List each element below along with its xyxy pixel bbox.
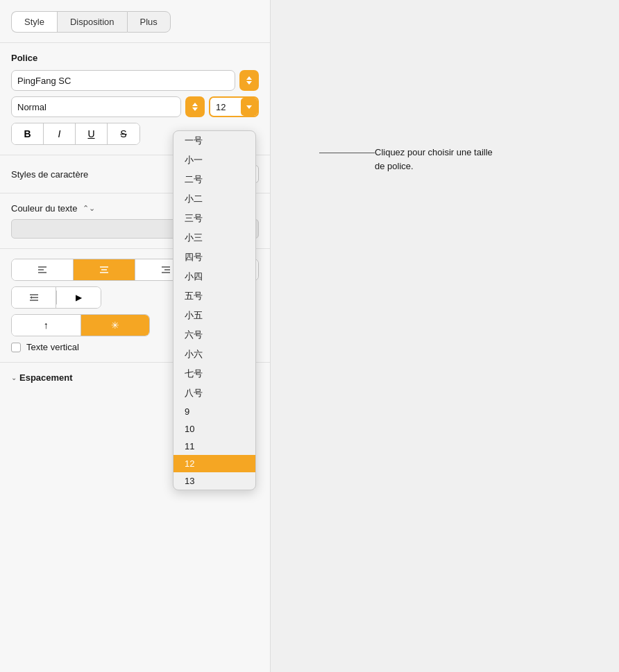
- dropdown-item-12[interactable]: 12: [173, 455, 255, 472]
- dropdown-item-xiaoer[interactable]: 小二: [173, 189, 255, 209]
- font-name-select[interactable]: PingFang SC: [11, 70, 235, 91]
- font-style-select[interactable]: Normal: [11, 96, 181, 117]
- indent-left-button[interactable]: [12, 287, 56, 308]
- style-spinner-arrow-up: [192, 103, 198, 106]
- dropdown-item-erhao[interactable]: 二号: [173, 170, 255, 189]
- spinner-arrow-down: [246, 81, 252, 85]
- espacement-chevron-icon: ⌄: [11, 374, 17, 381]
- tab-style[interactable]: Style: [11, 11, 57, 33]
- dropdown-item-10[interactable]: 10: [173, 420, 255, 438]
- dropdown-item-bahao[interactable]: 八号: [173, 384, 255, 403]
- tab-disposition[interactable]: Disposition: [57, 11, 127, 33]
- italic-button[interactable]: I: [44, 123, 76, 144]
- text-color-chevron-icon: ⌃⌄: [83, 204, 95, 213]
- bold-button[interactable]: B: [12, 123, 44, 144]
- font-name-row: PingFang SC: [11, 70, 259, 91]
- callout-line: [319, 153, 375, 153]
- dropdown-item-liuhao[interactable]: 六号: [173, 325, 255, 345]
- dropdown-item-xiaowu[interactable]: 小五: [173, 306, 255, 325]
- callout-text: Cliquez pour choisir une taille de polic…: [375, 146, 500, 173]
- panel-container: Style Disposition Plus Police PingFang S…: [0, 0, 619, 672]
- size-dropdown-button[interactable]: [241, 98, 257, 116]
- texte-vertical-label: Texte vertical: [26, 342, 79, 352]
- dropdown-item-wuhao[interactable]: 五号: [173, 286, 255, 306]
- font-spinner-button[interactable]: [239, 70, 259, 91]
- dropdown-item-xiaosan[interactable]: 小三: [173, 228, 255, 248]
- dropdown-item-xiaoliu[interactable]: 小六: [173, 345, 255, 364]
- vert-top-button[interactable]: ↑: [12, 315, 81, 336]
- dropdown-item-qihao[interactable]: 七号: [173, 364, 255, 384]
- dropdown-item-xiaoyi[interactable]: 小一: [173, 150, 255, 170]
- dropdown-item-9[interactable]: 9: [173, 403, 255, 420]
- size-chevron-down-icon: [246, 105, 252, 109]
- underline-button[interactable]: U: [76, 123, 108, 144]
- text-color-label: Couleur du texte: [11, 203, 77, 214]
- strikethrough-button[interactable]: S: [108, 123, 139, 144]
- style-spinner-button[interactable]: [185, 96, 205, 117]
- align-center-button[interactable]: [74, 259, 135, 280]
- dropdown-item-xiaosi[interactable]: 小四: [173, 267, 255, 286]
- espacement-label: Espacement: [19, 372, 73, 383]
- indent-control: ▶: [11, 286, 101, 309]
- tab-plus[interactable]: Plus: [127, 11, 171, 33]
- sidebar: Style Disposition Plus Police PingFang S…: [0, 0, 271, 672]
- dropdown-item-sihao[interactable]: 四号: [173, 248, 255, 267]
- callout: Cliquez pour choisir une taille de polic…: [319, 146, 500, 173]
- char-styles-label: Styles de caractère: [11, 169, 88, 180]
- vertical-align-row: ↑ ✳: [11, 314, 150, 336]
- align-left-button[interactable]: [12, 259, 74, 280]
- texte-vertical-checkbox[interactable]: [11, 343, 21, 352]
- vert-middle-button[interactable]: ✳: [81, 315, 150, 336]
- format-row: B I U S: [11, 123, 140, 145]
- style-size-row: Normal 12: [11, 96, 259, 117]
- divider-top: [0, 42, 270, 43]
- indent-right-button[interactable]: ▶: [57, 287, 101, 308]
- size-field-container: 12: [209, 96, 259, 117]
- tab-bar: Style Disposition Plus: [11, 11, 259, 33]
- style-spinner-arrow-down: [192, 107, 198, 111]
- dropdown-item-yihao[interactable]: 一号: [173, 131, 255, 150]
- spinner-arrow-up: [246, 76, 252, 80]
- font-size-dropdown: 一号 小一 二号 小二 三号 小三 四号 小四 五号 小五 六号 小六 七号 八…: [173, 130, 256, 490]
- dropdown-item-11[interactable]: 11: [173, 438, 255, 455]
- police-section-label: Police: [0, 53, 270, 63]
- dropdown-item-13[interactable]: 13: [173, 472, 255, 490]
- dropdown-item-sanhao[interactable]: 三号: [173, 209, 255, 228]
- svg-marker-15: [30, 296, 32, 299]
